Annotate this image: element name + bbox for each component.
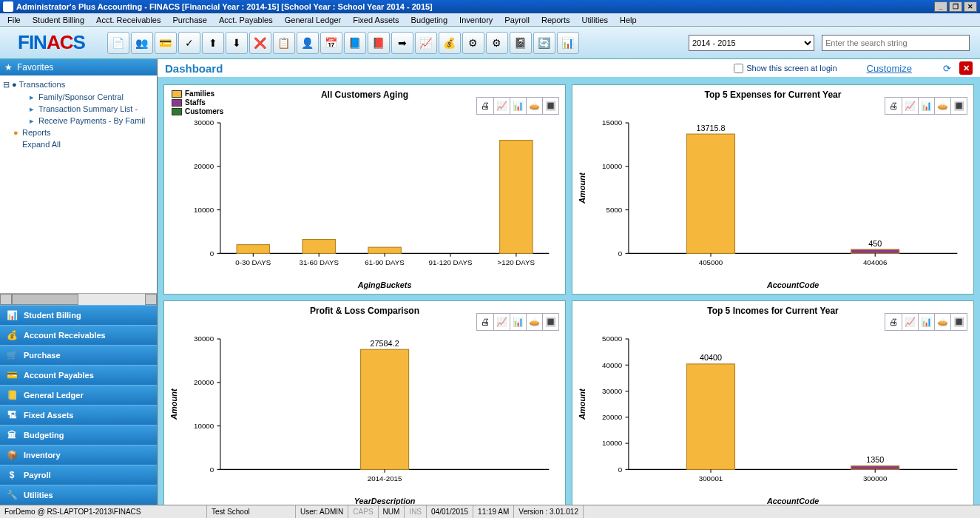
sidebar-scrollbar[interactable] [0,293,157,305]
scroll-left-button[interactable] [0,294,12,305]
chart-tool-3[interactable]: 🥧 [526,98,542,114]
nav-budgeting[interactable]: 🏛Budgeting [0,425,157,445]
nav-inventory[interactable]: 📦Inventory [0,445,157,465]
menu-reports[interactable]: Reports [537,15,575,24]
toolbar-button-5[interactable]: ⬇ [226,32,248,54]
menu-budgeting[interactable]: Budgeting [407,15,453,24]
chart-tool-1[interactable]: 📈 [902,98,918,114]
toolbar-button-7[interactable]: 📋 [273,32,295,54]
menu-student-billing[interactable]: Student Billing [28,15,89,24]
svg-text:20000: 20000 [194,379,214,387]
chart-tool-0[interactable]: 🖨 [477,314,493,330]
toolbar-button-0[interactable]: 📄 [107,32,129,54]
menu-file[interactable]: File [3,15,25,24]
toolbar-button-17[interactable]: 📓 [510,32,532,54]
toolbar-button-14[interactable]: 💰 [439,32,461,54]
dashboard-close-icon[interactable]: ✕ [959,61,973,75]
chart-tool-0[interactable]: 🖨 [885,314,902,330]
scroll-thumb[interactable] [12,294,78,305]
menu-help[interactable]: Help [615,15,641,24]
nav-icon: $ [6,469,18,481]
chart-tool-2[interactable]: 📊 [918,98,934,114]
toolbar-button-12[interactable]: ➡ [391,32,413,54]
svg-text:450: 450 [868,239,882,248]
window-title: Administrator's Plus Accounting - FINACS… [16,2,433,11]
nav-payroll[interactable]: $Payroll [0,465,157,485]
tree-node-expand-all[interactable]: Expand All [0,138,157,150]
nav-purchase[interactable]: 🛒Purchase [0,345,157,365]
menu-payroll[interactable]: Payroll [500,15,534,24]
menu-acct-payables[interactable]: Acct. Payables [214,15,277,24]
toolbar-button-15[interactable]: ⚙ [462,32,484,54]
toolbar-button-13[interactable]: 📈 [415,32,437,54]
toolbar-button-16[interactable]: ⚙ [486,32,508,54]
svg-text:13715.8: 13715.8 [696,124,725,132]
svg-text:300001: 300001 [699,474,723,482]
minimize-button[interactable]: _ [934,1,947,12]
toolbar-button-1[interactable]: 👥 [131,32,153,54]
chart-tool-3[interactable]: 🥧 [934,98,950,114]
toolbar-button-9[interactable]: 📅 [320,32,342,54]
chart-tool-0[interactable]: 🖨 [477,98,493,114]
chart-tool-4[interactable]: 🔳 [950,314,967,330]
svg-text:1350: 1350 [866,456,884,465]
restore-button[interactable]: ❐ [949,1,962,12]
menu-acct-receivables[interactable]: Acct. Receivables [92,15,165,24]
nav-label: Account Payables [24,371,94,380]
year-select[interactable]: 2014 - 2015 [689,35,814,51]
nav-utilities[interactable]: 🔧Utilities [0,485,157,505]
svg-rect-80 [851,466,899,470]
panel-tools: 🖨📈📊🥧🔳 [885,97,967,115]
menu-utilities[interactable]: Utilities [578,15,612,24]
refresh-icon[interactable]: ⟳ [940,61,953,75]
close-button[interactable]: ✕ [964,1,977,12]
nav-general-ledger[interactable]: 📒General Ledger [0,385,157,405]
scroll-right-button[interactable] [145,294,157,305]
svg-text:0-30 DAYS: 0-30 DAYS [235,258,271,266]
chart-tool-4[interactable]: 🔳 [542,98,558,114]
tree-node-receive-payments[interactable]: Receive Payments - By Famil [0,115,157,127]
toolbar-button-4[interactable]: ⬆ [202,32,224,54]
show-at-login-checkbox[interactable]: Show this screen at login [734,64,837,73]
menu-general-ledger[interactable]: General Ledger [280,15,345,24]
toolbar-button-6[interactable]: ❌ [249,32,271,54]
chart-tool-2[interactable]: 📊 [918,314,934,330]
chart-tool-0[interactable]: 🖨 [885,98,902,114]
toolbar-button-11[interactable]: 📕 [368,32,390,54]
chart-tool-3[interactable]: 🥧 [934,314,950,330]
tree-node-reports[interactable]: Reports [0,127,157,138]
toolbar-button-19[interactable]: 📊 [557,32,579,54]
chart-tool-4[interactable]: 🔳 [950,98,967,114]
favorites-header[interactable]: ★ Favorites [0,59,157,75]
svg-text:AccountCode: AccountCode [766,497,819,505]
search-input[interactable] [822,35,970,51]
nav-account-payables[interactable]: 💳Account Payables [0,365,157,385]
svg-rect-13 [303,240,335,254]
nav-label: Payroll [24,471,51,480]
chart-tool-1[interactable]: 📈 [493,98,510,114]
menu-inventory[interactable]: Inventory [455,15,497,24]
toolbar-button-10[interactable]: 📘 [344,32,366,54]
chart-tool-1[interactable]: 📈 [902,314,918,330]
status-time: 11:19 AM [473,505,514,518]
chart-tool-2[interactable]: 📊 [510,314,526,330]
nav-account-receivables[interactable]: 💰Account Receivables [0,325,157,345]
tree-node-transaction-summary[interactable]: Transaction Summary List - [0,103,157,115]
svg-text:30000: 30000 [194,335,214,343]
customize-link[interactable]: Customize [867,63,912,74]
toolbar-button-18[interactable]: 🔄 [533,32,555,54]
menu-fixed-assets[interactable]: Fixed Assets [348,15,403,24]
tree-node-transactions[interactable]: ⊟ ● Transactions [0,78,157,91]
tree-node-family-sponsor[interactable]: Family/Sponsor Central [0,91,157,103]
chart-tool-3[interactable]: 🥧 [526,314,542,330]
toolbar-button-8[interactable]: 👤 [297,32,319,54]
nav-student-billing[interactable]: 📊Student Billing [0,305,157,325]
chart-tool-4[interactable]: 🔳 [542,314,558,330]
nav-fixed-assets[interactable]: 🏗Fixed Assets [0,405,157,425]
svg-text:10000: 10000 [602,162,623,170]
toolbar-button-2[interactable]: 💳 [155,32,177,54]
chart-tool-1[interactable]: 📈 [493,314,510,330]
chart-tool-2[interactable]: 📊 [510,98,526,114]
menu-purchase[interactable]: Purchase [169,15,212,24]
toolbar-button-3[interactable]: ✓ [178,32,200,54]
